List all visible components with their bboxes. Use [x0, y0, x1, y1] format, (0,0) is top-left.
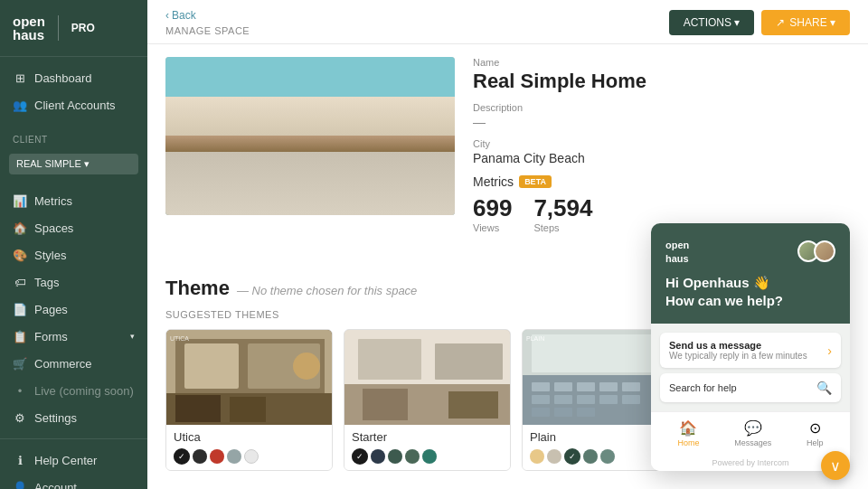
back-arrow-icon: ‹	[165, 9, 169, 22]
starter-footer: Starter ✓	[344, 425, 510, 470]
intercom-fab[interactable]: ∨	[821, 451, 850, 480]
plain-swatch-2[interactable]: ✓	[564, 448, 580, 465]
logo: openhaus	[13, 14, 45, 42]
back-link[interactable]: ‹ Back	[165, 9, 250, 22]
svg-rect-49	[554, 395, 572, 404]
svg-rect-45	[577, 382, 595, 391]
svg-rect-10	[202, 179, 310, 211]
steps-count: 7,594	[533, 194, 592, 222]
utica-swatch-3[interactable]	[227, 449, 241, 464]
actions-button[interactable]: ACTIONS ▾	[669, 10, 755, 35]
sidebar-item-styles[interactable]: 🎨 Styles	[0, 241, 147, 268]
intercom-search-option[interactable]: Search for help 🔍	[660, 373, 841, 402]
sidebar-item-settings[interactable]: ⚙ Settings	[0, 404, 147, 431]
utica-image-svg: UTICA	[166, 330, 333, 425]
svg-rect-37	[363, 389, 408, 420]
intercom-send-message[interactable]: Send us a message We typically reply in …	[660, 333, 841, 368]
styles-icon: 🎨	[13, 248, 27, 262]
name-label: Name	[473, 57, 850, 68]
svg-rect-52	[622, 395, 640, 404]
svg-rect-46	[599, 382, 618, 391]
intercom-greeting: Hi Openhaus 👋 How can we help?	[665, 274, 835, 309]
help-tab-icon: ⊙	[809, 419, 821, 437]
svg-point-17	[283, 197, 410, 215]
svg-rect-25	[184, 343, 239, 389]
plain-swatch-3[interactable]	[583, 449, 598, 464]
plain-swatch-1[interactable]	[547, 449, 561, 464]
sidebar-bottom: ℹ Help Center 👤 Account	[0, 438, 147, 489]
starter-swatch-3[interactable]	[405, 449, 420, 464]
sidebar-item-commerce[interactable]: 🛒 Commerce	[0, 350, 147, 377]
starter-name: Starter	[352, 430, 503, 444]
sidebar-item-forms[interactable]: 📋 Forms ▾	[0, 323, 147, 350]
svg-rect-1	[220, 75, 401, 147]
sidebar-item-account[interactable]: 👤 Account	[0, 474, 147, 489]
svg-rect-9	[193, 161, 428, 179]
utica-swatch-2[interactable]	[210, 449, 224, 464]
description-label: Description	[473, 102, 850, 113]
svg-rect-47	[622, 382, 640, 391]
svg-rect-3	[315, 80, 396, 143]
intercom-logo: openhaus	[665, 238, 689, 265]
manage-space-label: MANAGE SPACE	[165, 25, 250, 36]
svg-text:UTICA: UTICA	[170, 335, 189, 342]
starter-card-image	[344, 330, 510, 425]
intercom-footer: 🏠 Home 💬 Messages ⊙ Help	[651, 411, 850, 455]
live-icon: •	[13, 383, 27, 398]
utica-card-image: UTICA	[166, 330, 332, 425]
sidebar-item-spaces[interactable]: 🏠 Spaces	[0, 214, 147, 241]
svg-point-12	[269, 168, 297, 177]
sub-nav: 📊 Metrics 🏠 Spaces 🎨 Styles 🏷 Tags 📄 Pag…	[0, 180, 147, 438]
utica-name: Utica	[174, 430, 325, 444]
svg-rect-51	[599, 395, 618, 404]
starter-image-svg	[344, 330, 511, 425]
starter-swatch-0[interactable]: ✓	[352, 448, 368, 465]
svg-rect-2	[229, 80, 310, 143]
svg-rect-21	[426, 114, 452, 164]
svg-rect-29	[230, 397, 266, 422]
tags-icon: 🏷	[13, 275, 27, 289]
utica-swatch-0[interactable]: ✓	[174, 448, 190, 465]
sidebar-item-help-center[interactable]: ℹ Help Center	[0, 447, 147, 474]
svg-rect-50	[577, 395, 595, 404]
intercom-tab-help[interactable]: ⊙ Help	[807, 419, 824, 447]
intercom-arrow-icon: ›	[827, 343, 832, 358]
theme-card-starter[interactable]: Starter ✓	[344, 329, 511, 471]
intercom-avatars	[797, 240, 835, 262]
svg-point-11	[224, 170, 251, 179]
intercom-header: openhaus Hi Openhaus 👋 How can we help?	[651, 223, 850, 324]
sidebar-item-pages[interactable]: 📄 Pages	[0, 296, 147, 323]
forms-icon: 📋	[13, 329, 27, 343]
pro-badge: PRO	[71, 22, 95, 34]
top-nav: ⊞ Dashboard 👥 Client Accounts	[0, 57, 147, 126]
svg-point-19	[400, 111, 427, 144]
spaces-icon: 🏠	[13, 221, 27, 235]
sidebar-item-dashboard[interactable]: ⊞ Dashboard	[0, 64, 147, 91]
page-header: ‹ Back MANAGE SPACE ACTIONS ▾ ↗ SHARE ▾	[147, 0, 868, 44]
settings-icon: ⚙	[13, 410, 27, 425]
client-selector[interactable]: REAL SIMPLE ▾	[9, 154, 138, 174]
home-tab-icon: 🏠	[679, 419, 697, 437]
account-icon: 👤	[13, 480, 27, 489]
starter-swatch-2[interactable]	[388, 449, 402, 464]
intercom-tab-home[interactable]: 🏠 Home	[677, 419, 699, 447]
sidebar-item-tags[interactable]: 🏷 Tags	[0, 268, 147, 296]
plain-swatch-4[interactable]	[600, 449, 615, 464]
sidebar-item-client-accounts[interactable]: 👥 Client Accounts	[0, 91, 147, 118]
intercom-tab-messages[interactable]: 💬 Messages	[734, 419, 771, 447]
share-icon: ↗	[776, 16, 785, 29]
share-button[interactable]: ↗ SHARE ▾	[761, 10, 850, 35]
intercom-message-text: Send us a message We typically reply in …	[669, 340, 807, 361]
description-value: —	[473, 115, 850, 129]
theme-card-utica[interactable]: UTICA Utica ✓	[165, 329, 333, 471]
space-image-svg	[165, 57, 455, 215]
plain-swatch-0[interactable]	[530, 449, 544, 464]
utica-swatch-1[interactable]	[193, 449, 207, 464]
utica-swatch-4[interactable]	[244, 449, 259, 464]
sidebar-item-metrics[interactable]: 📊 Metrics	[0, 187, 147, 214]
intercom-body: Send us a message We typically reply in …	[651, 324, 850, 411]
starter-swatch-1[interactable]	[371, 449, 385, 464]
starter-swatch-4[interactable]	[422, 449, 437, 464]
messages-tab-icon: 💬	[744, 419, 762, 437]
space-name: Real Simple Home	[473, 70, 850, 93]
